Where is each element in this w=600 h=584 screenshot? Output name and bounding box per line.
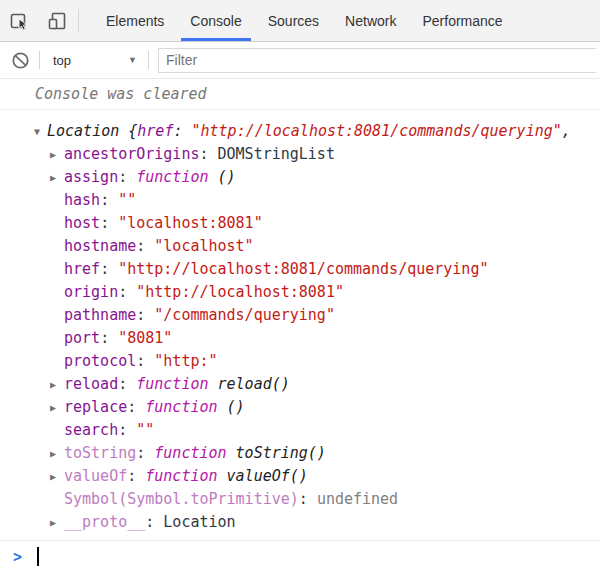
console-prompt[interactable]: > — [0, 540, 600, 572]
property-name: ancestorOrigins — [64, 145, 199, 163]
object-properties: ▶ancestorOrigins: DOMStringList▶assign: … — [0, 143, 600, 534]
tab-performance[interactable]: Performance — [409, 0, 515, 41]
property-name: replace — [64, 398, 127, 416]
function-keyword: function — [154, 444, 235, 462]
property-value: "http:" — [154, 352, 217, 370]
property-name: host — [64, 214, 100, 232]
property-colon: : — [145, 513, 163, 531]
property-value: "http://localhost:8081" — [136, 283, 344, 301]
property-row: Symbol(Symbol.toPrimitive): undefined — [0, 488, 600, 511]
device-toolbar-button[interactable] — [40, 0, 74, 41]
property-colon: : — [136, 352, 154, 370]
toolbar-divider — [39, 51, 40, 69]
property-name: protocol — [64, 352, 136, 370]
toolbar-divider — [78, 9, 79, 32]
property-colon: : — [136, 306, 154, 324]
property-row[interactable]: ▶assign: function () — [0, 166, 600, 189]
property-row[interactable]: ▶replace: function () — [0, 396, 600, 419]
property-name: __proto__ — [64, 513, 145, 531]
console-toolbar: top ▼ — [0, 42, 600, 78]
inspect-cursor-icon — [10, 11, 30, 31]
property-colon: : — [100, 214, 118, 232]
property-row[interactable]: ▶toString: function toString() — [0, 442, 600, 465]
device-toolbar-icon — [47, 11, 67, 31]
property-colon: : — [118, 375, 136, 393]
property-name: toString — [64, 444, 136, 462]
console-messages: Console was cleared ▼Location {href: "ht… — [0, 78, 600, 572]
property-row: origin: "http://localhost:8081" — [0, 281, 600, 304]
property-row[interactable]: ▶reload: function reload() — [0, 373, 600, 396]
property-row[interactable]: ▶ancestorOrigins: DOMStringList — [0, 143, 600, 166]
disclosure-triangle-icon[interactable]: ▶ — [46, 396, 60, 419]
console-info-message: Console was cleared — [0, 78, 600, 110]
object-preview-row[interactable]: ▼Location {href: "http://localhost:8081/… — [0, 120, 600, 143]
disclosure-triangle-icon[interactable]: ▶ — [46, 166, 60, 189]
property-value: "localhost:8081" — [118, 214, 263, 232]
property-name: port — [64, 329, 100, 347]
property-row: href: "http://localhost:8081/commands/qu… — [0, 258, 600, 281]
property-value: DOMStringList — [218, 145, 335, 163]
devtools-tabs: ElementsConsoleSourcesNetworkPerformance — [93, 0, 516, 41]
property-row: pathname: "/commands/querying" — [0, 304, 600, 327]
open-brace: { — [128, 122, 137, 140]
function-keyword: function — [136, 375, 217, 393]
filter-input[interactable] — [158, 48, 596, 73]
prompt-chevron-icon: > — [13, 548, 22, 566]
property-colon: : — [118, 421, 136, 439]
property-colon: : — [136, 237, 154, 255]
function-signature: valueOf() — [227, 467, 308, 485]
function-signature: toString() — [236, 444, 326, 462]
property-name: search — [64, 421, 118, 439]
disclosure-triangle-icon[interactable]: ▶ — [46, 442, 60, 465]
property-row: protocol: "http:" — [0, 350, 600, 373]
property-row[interactable]: ▶__proto__: Location — [0, 511, 600, 534]
clear-console-button[interactable] — [4, 42, 36, 78]
property-value: Location — [163, 513, 235, 531]
property-name: hostname — [64, 237, 136, 255]
function-keyword: function — [145, 398, 226, 416]
disclosure-triangle-icon[interactable]: ▶ — [46, 143, 60, 166]
property-name: reload — [64, 375, 118, 393]
property-value: "" — [136, 421, 154, 439]
property-name: hash — [64, 191, 100, 209]
property-row: search: "" — [0, 419, 600, 442]
property-colon: : — [127, 467, 145, 485]
tab-elements[interactable]: Elements — [93, 0, 177, 41]
function-signature: () — [218, 168, 236, 186]
property-name: valueOf — [64, 467, 127, 485]
function-signature: reload() — [218, 375, 290, 393]
property-row: hostname: "localhost" — [0, 235, 600, 258]
property-colon: : — [127, 398, 145, 416]
property-value: "/commands/querying" — [154, 306, 335, 324]
property-colon: : — [100, 191, 118, 209]
property-colon: : — [299, 490, 317, 508]
tab-console[interactable]: Console — [177, 0, 254, 41]
clear-console-icon — [11, 51, 30, 70]
tab-sources[interactable]: Sources — [255, 0, 332, 41]
function-signature: () — [227, 398, 245, 416]
property-row: port: "8081" — [0, 327, 600, 350]
property-name: href — [64, 260, 100, 278]
devtools-tabbar: ElementsConsoleSourcesNetworkPerformance — [0, 0, 600, 42]
disclosure-triangle-icon[interactable]: ▶ — [46, 465, 60, 488]
property-value: "8081" — [118, 329, 172, 347]
function-keyword: function — [136, 168, 217, 186]
property-value: undefined — [317, 490, 398, 508]
disclosure-triangle-expanded-icon[interactable]: ▼ — [30, 120, 44, 143]
inspect-element-button[interactable] — [3, 0, 37, 41]
property-colon: : — [100, 329, 118, 347]
object-class-name: Location — [47, 122, 119, 140]
property-row: host: "localhost:8081" — [0, 212, 600, 235]
disclosure-triangle-icon[interactable]: ▶ — [46, 373, 60, 396]
property-colon: : — [118, 168, 136, 186]
property-row[interactable]: ▶valueOf: function valueOf() — [0, 465, 600, 488]
property-value: "http://localhost:8081/commands/querying… — [118, 260, 488, 278]
disclosure-triangle-icon[interactable]: ▶ — [46, 511, 60, 534]
function-keyword: function — [145, 467, 226, 485]
property-colon: : — [100, 260, 118, 278]
property-colon: : — [118, 283, 136, 301]
property-name: origin — [64, 283, 118, 301]
tab-network[interactable]: Network — [332, 0, 409, 41]
property-value: "localhost" — [154, 237, 253, 255]
execution-context-selector[interactable]: top ▼ — [43, 42, 145, 78]
